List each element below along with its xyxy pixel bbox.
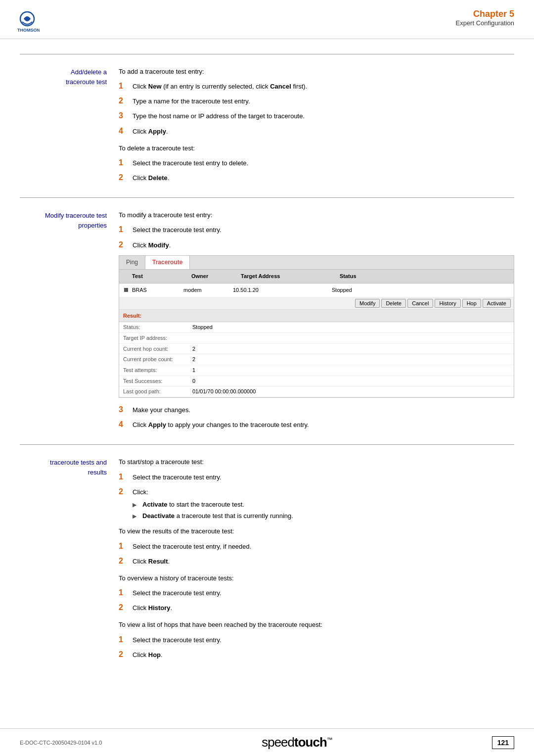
col-header-status: Status xyxy=(337,271,512,282)
step-modify-1: 1 Select the traceroute test entry. xyxy=(119,223,514,236)
ui-tabs: Ping Traceroute xyxy=(119,256,514,270)
page-header: THOMSON Chapter 5 Expert Configuration xyxy=(0,0,534,39)
btn-activate[interactable]: Activate xyxy=(483,299,511,308)
sub-step-activate: ▶ Activate to start the traceroute test. xyxy=(133,500,514,510)
step-view-1: 1 Select the traceroute test entry, if n… xyxy=(119,539,514,553)
step-add-2: 2 Type a name for the traceroute test en… xyxy=(119,94,514,107)
col-header-target: Target Address xyxy=(238,271,337,282)
brand-name: speedtouch™ xyxy=(262,735,332,750)
col-header-test: Test xyxy=(129,271,188,282)
intro-view-results: To view the results of the traceroute te… xyxy=(119,526,514,537)
cell-target: 10.50.1.20 xyxy=(230,284,329,296)
intro-start-stop: To start/stop a traceroute test: xyxy=(119,457,514,468)
result-lastpath-row: Last good path: 01/01/70 00:00:00.000000 xyxy=(119,386,514,397)
result-attempts-row: Test attempts: 1 xyxy=(119,365,514,376)
thomson-logo-icon: THOMSON xyxy=(15,9,40,34)
result-status-row: Status: Stopped xyxy=(119,322,514,333)
section-results: traceroute tests andresults To start/sto… xyxy=(20,444,514,674)
result-value-lastpath: 01/01/70 00:00:00.000000 xyxy=(192,387,510,396)
tab-traceroute[interactable]: Traceroute xyxy=(145,256,190,269)
step-history-2: 2 Click History. xyxy=(119,601,514,614)
chapter-title: Chapter 5 xyxy=(455,9,514,19)
btn-modify[interactable]: Modify xyxy=(355,299,380,308)
step-modify-4: 4 Click Apply to apply your changes to t… xyxy=(119,418,514,431)
step-view-2: 2 Click Result. xyxy=(119,554,514,567)
result-label-attempts: Test attempts: xyxy=(123,366,192,375)
result-label-hopcount: Current hop count: xyxy=(123,344,192,354)
step-modify-2: 2 Click Modify. xyxy=(119,238,514,251)
step-history-1: 1 Select the traceroute test entry. xyxy=(119,586,514,599)
section-modify: Modify traceroute testproperties To modi… xyxy=(20,197,514,444)
brand-light: speed xyxy=(262,735,294,750)
sub-step-deactivate: ▶ Deactivate a traceroute test that is c… xyxy=(133,511,514,521)
ui-action-row: Modify Delete Cancel History Hop Activat… xyxy=(119,297,514,310)
result-label-successes: Test Successes: xyxy=(123,377,192,386)
step-add-3: 3 Type the host name or IP address of th… xyxy=(119,109,514,122)
result-value-successes: 0 xyxy=(192,377,510,386)
step-modify-3: 3 Make your changes. xyxy=(119,403,514,416)
intro-modify: To modify a traceroute test entry: xyxy=(119,210,514,221)
intro-hops: To view a list of hops that have been re… xyxy=(119,619,514,630)
col-header-owner: Owner xyxy=(188,271,238,282)
section-content-modify: To modify a traceroute test entry: 1 Sel… xyxy=(119,210,514,432)
tab-ping[interactable]: Ping xyxy=(119,256,145,269)
ui-panel-traceroute: Ping Traceroute Test Owner Target Addres… xyxy=(119,255,514,398)
brand-tm: ™ xyxy=(327,736,332,743)
cell-owner: modem xyxy=(180,284,230,296)
result-value-hopcount: 2 xyxy=(192,344,510,354)
result-targetip-row: Target IP address: xyxy=(119,333,514,344)
step-start-1: 1 Select the traceroute test entry. xyxy=(119,470,514,483)
section-add-delete: Add/delete atraceroute test To add a tra… xyxy=(20,54,514,197)
logo-area: THOMSON xyxy=(15,9,44,34)
section-content-results: To start/stop a traceroute test: 1 Selec… xyxy=(119,457,514,662)
result-label-probecount: Current probe count: xyxy=(123,355,192,364)
btn-hop[interactable]: Hop xyxy=(462,299,481,308)
result-successes-row: Test Successes: 0 xyxy=(119,376,514,387)
table-row[interactable]: BRAS modem 10.50.1.20 Stopped xyxy=(119,284,514,297)
result-header: Result: xyxy=(119,310,514,323)
result-label-lastpath: Last good path: xyxy=(123,387,192,396)
brand-bold: touch xyxy=(294,735,327,750)
section-content-add-delete: To add a traceroute test entry: 1 Click … xyxy=(119,66,514,186)
step-delete-2: 2 Click Delete. xyxy=(119,171,514,184)
main-content: Add/delete atraceroute test To add a tra… xyxy=(0,39,534,694)
step-hops-1: 1 Select the traceroute test entry. xyxy=(119,633,514,646)
section-label-modify: Modify traceroute testproperties xyxy=(20,210,119,432)
step-add-1: 1 Click New (if an entry is currently se… xyxy=(119,79,514,93)
intro-add: To add a traceroute test entry: xyxy=(119,66,514,77)
section-label-results: traceroute tests andresults xyxy=(20,457,119,662)
result-label-status: Status: xyxy=(123,323,192,332)
step-add-4: 4 Click Apply. xyxy=(119,124,514,138)
result-value-probecount: 2 xyxy=(192,355,510,364)
step-start-2: 2 Click: xyxy=(119,485,514,498)
section-label-add-delete: Add/delete atraceroute test xyxy=(20,66,119,186)
ui-table-header: Test Owner Target Address Status xyxy=(119,270,514,284)
result-value-targetip xyxy=(192,333,510,343)
footer-doc-id: E-DOC-CTC-20050429-0104 v1.0 xyxy=(20,740,102,746)
intro-history: To overview a history of traceroute test… xyxy=(119,573,514,584)
cell-test: BRAS xyxy=(129,284,180,296)
ui-result-section: Result: Status: Stopped Target IP addres… xyxy=(119,310,514,398)
page-footer: E-DOC-CTC-20050429-0104 v1.0 speedtouch™… xyxy=(0,728,534,756)
chapter-info: Chapter 5 Expert Configuration xyxy=(455,9,514,27)
intro-delete: To delete a traceroute test: xyxy=(119,143,514,154)
btn-history[interactable]: History xyxy=(435,299,460,308)
svg-text:THOMSON: THOMSON xyxy=(17,28,40,33)
footer-brand: speedtouch™ xyxy=(262,735,332,750)
chapter-subtitle: Expert Configuration xyxy=(455,19,514,27)
result-probecount-row: Current probe count: 2 xyxy=(119,354,514,365)
btn-cancel[interactable]: Cancel xyxy=(407,299,433,308)
cell-status: Stopped xyxy=(329,284,512,296)
page-number: 121 xyxy=(492,736,514,749)
row-selector-dot xyxy=(121,284,129,296)
result-label-targetip: Target IP address: xyxy=(123,333,192,343)
step-hops-2: 2 Click Hop. xyxy=(119,648,514,661)
result-value-status: Stopped xyxy=(192,323,510,332)
result-value-attempts: 1 xyxy=(192,366,510,375)
step-delete-1: 1 Select the traceroute test entry to de… xyxy=(119,156,514,169)
btn-delete[interactable]: Delete xyxy=(381,299,406,308)
result-hopcount-row: Current hop count: 2 xyxy=(119,344,514,355)
